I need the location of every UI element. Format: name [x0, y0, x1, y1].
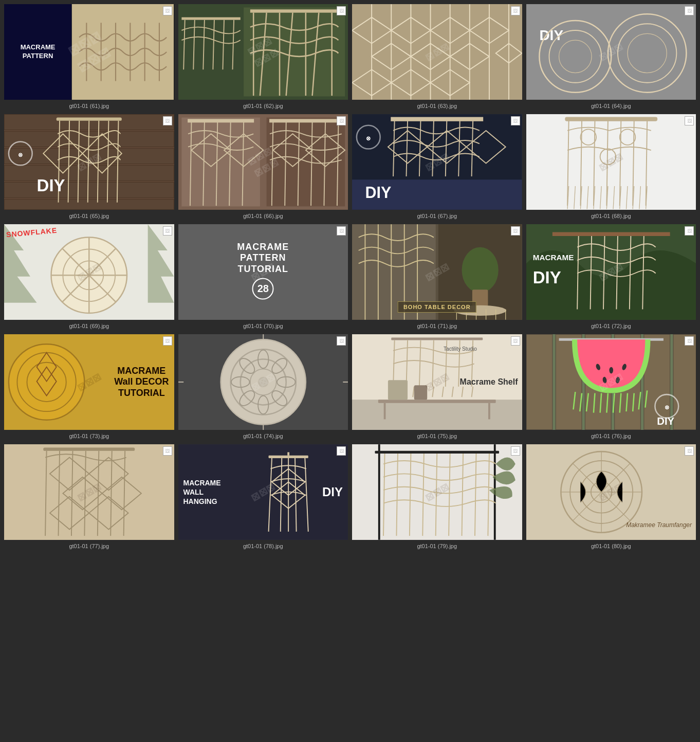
svg-rect-67	[269, 119, 341, 122]
filename-72: gt01-01 (72).jpg	[591, 322, 631, 330]
svg-rect-46	[4, 199, 174, 209]
thumbnail-70[interactable]: MACRAMEPATTERNTUTORIAL 28 ⊠⊠⊠ 🖼	[178, 224, 348, 320]
file-badge-63: 🖼	[511, 6, 520, 15]
file-badge-64: 🖼	[685, 6, 694, 15]
file-badge-79: 🖼	[511, 446, 520, 456]
list-item[interactable]: ⊠⊠⊠⊠⊠⊠ 🖼 gt01-01 (66).jpg	[176, 112, 351, 222]
list-item[interactable]: ⊗ DIY ⊠⊠⊠ 🖼 gt01-01 (67).jpg	[350, 112, 524, 222]
list-item[interactable]: ⊠⊠⊠ 🖼 gt01-01 (68).jpg	[524, 112, 698, 222]
file-badge-73: 🖼	[163, 336, 172, 346]
thumbnail-76[interactable]: ⊗ DIY ⊠⊠⊠ 🖼	[526, 334, 696, 430]
file-badge-67: 🖼	[511, 116, 520, 125]
svg-point-205	[609, 367, 613, 373]
svg-rect-235	[269, 456, 308, 458]
filename-61: gt01-01 (61).jpg	[69, 102, 109, 110]
thumbnail-78[interactable]: MACRAMEWALLHANGING	[178, 444, 348, 540]
macrame-wall-hanging-label: MACRAMEWALLHANGING	[183, 478, 221, 506]
file-badge-65: 🖼	[163, 116, 172, 125]
svg-rect-88	[565, 117, 657, 120]
list-item[interactable]: ⊠⊠⊠⊠⊠⊠ 🖼 gt01-01 (62).jpg	[176, 2, 351, 112]
file-badge-70: 🖼	[337, 226, 346, 236]
filename-75: gt01-01 (75).jpg	[417, 432, 457, 440]
macrame-pattern-label: MACRAME PATTERN	[4, 40, 71, 64]
makramee-traumfanger-label: Makramee Traumfanger	[626, 521, 692, 530]
file-badge-66: 🖼	[337, 116, 346, 125]
thumbnail-65[interactable]: ⊗ DIY ⊠⊠⊠ 🖼	[4, 114, 174, 210]
svg-rect-171	[352, 334, 522, 400]
filename-74: gt01-01 (74).jpg	[243, 432, 283, 440]
list-item[interactable]: MACRAME DIY ⊠⊠⊠ 🖼 gt01-01 (72).jpg	[524, 222, 698, 332]
macrame-pattern-tutorial-label: MACRAMEPATTERNTUTORIAL 28	[237, 241, 289, 302]
list-item[interactable]: MACRAME PATTERN	[2, 2, 176, 112]
file-badge-62: 🖼	[337, 6, 346, 15]
svg-rect-59	[181, 117, 260, 206]
svg-rect-173	[391, 337, 483, 340]
list-item[interactable]: DIY ⊠⊠⊠ 🖼 gt01-01 (64).jpg	[524, 2, 698, 112]
list-item[interactable]: ⊗ DIY ⊠⊠⊠ 🖼 gt01-01 (65).jpg	[2, 112, 176, 222]
list-item[interactable]: Tactility Studio Macrame Shelf ⊠⊠⊠ 🖼 gt0…	[350, 332, 524, 442]
list-item[interactable]: MACRAMEWALLHANGING	[176, 442, 351, 552]
svg-rect-61	[188, 119, 253, 122]
filename-66: gt01-01 (66).jpg	[243, 212, 283, 220]
svg-point-129	[462, 247, 499, 293]
file-badge-77: 🖼	[163, 446, 172, 456]
list-item[interactable]: ⊠⊠⊠ 🖼 gt01-01 (63).jpg	[350, 2, 524, 112]
list-item[interactable]: ⊠⊠⊠ 🖼 gt01-01 (77).jpg	[2, 442, 176, 552]
thumbnail-62[interactable]: ⊠⊠⊠⊠⊠⊠ 🖼	[178, 4, 348, 100]
thumbnail-67[interactable]: ⊗ DIY ⊠⊠⊠ 🖼	[352, 114, 522, 210]
tutorial-number: 28	[252, 278, 274, 299]
filename-69: gt01-01 (69).jpg	[69, 322, 109, 330]
thumbnail-79[interactable]: ⊠⊠⊠ 🖼	[352, 444, 522, 540]
thumbnail-75[interactable]: Tactility Studio Macrame Shelf ⊠⊠⊠ 🖼	[352, 334, 522, 430]
filename-67: gt01-01 (67).jpg	[417, 212, 457, 220]
macrame-wall-decor-tutorial-label: MACRAMEWall DECORTUTORIAL	[114, 365, 169, 399]
thumbnail-66[interactable]: ⊠⊠⊠⊠⊠⊠ 🖼	[178, 114, 348, 210]
thumbnail-80[interactable]: Makramee Traumfanger ⊠⊠⊠ 🖼	[526, 444, 696, 540]
list-item[interactable]: ⊠⊠⊠ 🖼 gt01-01 (74).jpg	[176, 332, 351, 442]
file-badge-78: 🖼	[337, 446, 346, 456]
thumbnail-61[interactable]: MACRAME PATTERN	[4, 4, 174, 100]
svg-rect-44	[4, 165, 174, 181]
thumbnail-71[interactable]: BOHO TABLE DECOR ⊠⊠⊠ 🖼	[352, 224, 522, 320]
filename-65: gt01-01 (65).jpg	[69, 212, 109, 220]
svg-rect-76	[391, 117, 483, 120]
svg-rect-197	[526, 334, 552, 430]
file-badge-76: 🖼	[685, 336, 694, 346]
list-item[interactable]: MACRAMEWall DECORTUTORIAL ⊠⊠⊠ 🖼 gt01-01 …	[2, 332, 176, 442]
svg-rect-172	[352, 400, 522, 429]
filename-79: gt01-01 (79).jpg	[417, 542, 457, 550]
list-item[interactable]: BOHO TABLE DECOR ⊠⊠⊠ 🖼 gt01-01 (71).jpg	[350, 222, 524, 332]
file-badge-69: 🖼	[163, 226, 172, 236]
svg-rect-202	[673, 334, 696, 430]
filename-70: gt01-01 (70).jpg	[243, 322, 283, 330]
svg-rect-242	[378, 444, 380, 540]
filename-80: gt01-01 (80).jpg	[591, 542, 631, 550]
file-badge-80: 🖼	[685, 446, 694, 456]
svg-text:⊗: ⊗	[18, 152, 23, 158]
svg-text:DIY: DIY	[532, 267, 561, 286]
thumbnail-69[interactable]: SNOWFLAKE ⊠⊠⊠ 🖼	[4, 224, 174, 320]
thumbnail-72[interactable]: MACRAME DIY ⊠⊠⊠ 🖼	[526, 224, 696, 320]
svg-rect-191	[388, 380, 408, 400]
svg-rect-192	[414, 385, 427, 400]
thumbnail-74[interactable]: ⊠⊠⊠ 🖼	[178, 334, 348, 430]
filename-64: gt01-01 (64).jpg	[591, 102, 631, 110]
list-item[interactable]: MACRAMEPATTERNTUTORIAL 28 ⊠⊠⊠ 🖼 gt01-01 …	[176, 222, 351, 332]
thumbnail-64[interactable]: DIY ⊠⊠⊠ 🖼	[526, 4, 696, 100]
list-item[interactable]: SNOWFLAKE ⊠⊠⊠ 🖼 gt01-01 (69).jpg	[2, 222, 176, 332]
list-item[interactable]: ⊗ DIY ⊠⊠⊠ 🖼 gt01-01 (76).jpg	[524, 332, 698, 442]
file-badge-68: 🖼	[685, 116, 694, 125]
svg-rect-224	[4, 444, 174, 540]
thumbnail-63[interactable]: ⊠⊠⊠ 🖼	[352, 4, 522, 100]
svg-rect-8	[250, 9, 338, 12]
list-item[interactable]: Makramee Traumfanger ⊠⊠⊠ 🖼 gt01-01 (80).…	[524, 442, 698, 552]
svg-rect-47	[57, 117, 122, 120]
svg-rect-190	[378, 400, 496, 403]
thumbnail-68[interactable]: ⊠⊠⊠ 🖼	[526, 114, 696, 210]
svg-text:⊗: ⊗	[664, 404, 669, 410]
svg-point-157	[258, 377, 268, 387]
thumbnail-77[interactable]: ⊠⊠⊠ 🖼	[4, 444, 174, 540]
svg-rect-16	[181, 17, 240, 20]
list-item[interactable]: ⊠⊠⊠ 🖼 gt01-01 (79).jpg	[350, 442, 524, 552]
thumbnail-73[interactable]: MACRAMEWall DECORTUTORIAL ⊠⊠⊠ 🖼	[4, 334, 174, 430]
